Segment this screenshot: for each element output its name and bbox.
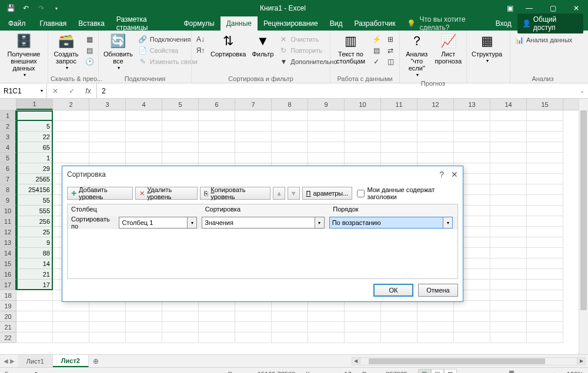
cell[interactable] bbox=[417, 301, 454, 311]
tab-разработчик[interactable]: Разработчик bbox=[348, 16, 401, 31]
cell[interactable] bbox=[454, 311, 490, 322]
cell[interactable] bbox=[417, 110, 454, 121]
cell[interactable] bbox=[454, 153, 490, 163]
macro-record-icon[interactable]: ▶ bbox=[35, 370, 40, 373]
cell[interactable] bbox=[381, 153, 417, 163]
row-header[interactable]: 20 bbox=[0, 311, 16, 322]
cell[interactable] bbox=[272, 153, 308, 163]
cell[interactable] bbox=[345, 110, 381, 121]
recent-sources-button[interactable]: 🕑 bbox=[83, 56, 96, 67]
zoom-level[interactable]: 100% bbox=[567, 371, 583, 374]
cell[interactable] bbox=[89, 110, 126, 121]
row-header[interactable]: 3 bbox=[0, 132, 16, 142]
cell[interactable] bbox=[454, 110, 490, 121]
tab-вид[interactable]: Вид bbox=[324, 16, 349, 31]
move-up-button[interactable]: ▲ bbox=[273, 187, 285, 200]
row-header[interactable]: 19 bbox=[0, 301, 16, 311]
cell[interactable] bbox=[454, 322, 490, 332]
add-sheet-button[interactable]: ⊕ bbox=[89, 355, 103, 367]
column-header[interactable]: 10 bbox=[345, 99, 381, 110]
cell[interactable] bbox=[308, 301, 345, 311]
cell[interactable] bbox=[490, 258, 527, 269]
cell[interactable] bbox=[53, 110, 89, 121]
cell[interactable] bbox=[89, 121, 126, 132]
cell[interactable] bbox=[199, 311, 235, 322]
cell[interactable] bbox=[345, 311, 381, 322]
sheet-tab[interactable]: Лист2 bbox=[53, 355, 89, 367]
cell[interactable]: 17 bbox=[16, 280, 53, 290]
cell[interactable] bbox=[272, 301, 308, 311]
row-header[interactable]: 11 bbox=[0, 216, 16, 227]
cell[interactable] bbox=[89, 142, 126, 153]
cell[interactable] bbox=[53, 332, 89, 343]
cell[interactable] bbox=[53, 132, 89, 142]
cell[interactable] bbox=[490, 227, 527, 237]
cell[interactable] bbox=[527, 322, 563, 332]
outline-button[interactable]: ▦ Структура▾ bbox=[469, 32, 505, 65]
cell[interactable] bbox=[490, 110, 527, 121]
whatif-button[interactable]: ？ Анализ "что если"▾ bbox=[402, 32, 432, 79]
zoom-out-button[interactable]: − bbox=[467, 371, 471, 374]
cell[interactable] bbox=[53, 322, 89, 332]
zoom-in-button[interactable]: + bbox=[552, 371, 556, 374]
cell[interactable] bbox=[162, 121, 199, 132]
cell[interactable] bbox=[527, 227, 563, 237]
cell[interactable] bbox=[490, 290, 527, 301]
column-header[interactable]: 13 bbox=[454, 99, 490, 110]
cell[interactable] bbox=[454, 121, 490, 132]
cell[interactable]: 88 bbox=[16, 248, 53, 258]
advanced-filter-button[interactable]: ▼Дополнительно bbox=[277, 56, 339, 67]
cell[interactable] bbox=[490, 311, 527, 322]
cell[interactable] bbox=[527, 153, 563, 163]
headers-checkbox[interactable]: Мои данные содержат заголовки bbox=[357, 186, 458, 200]
tab-разметка страницы[interactable]: Разметка страницы bbox=[111, 16, 178, 31]
cell[interactable] bbox=[527, 237, 563, 248]
horizontal-scrollbar[interactable]: ◀ ▶ bbox=[103, 355, 588, 367]
sheet-nav[interactable]: ◀ ▶ bbox=[0, 355, 18, 367]
scrollbar-thumb[interactable] bbox=[369, 358, 545, 364]
cell[interactable]: 1 bbox=[16, 153, 53, 163]
cell[interactable] bbox=[527, 301, 563, 311]
cell[interactable] bbox=[89, 322, 126, 332]
properties-button[interactable]: 📄Свойства bbox=[136, 45, 199, 56]
new-query-button[interactable]: 🗃️ Создать запрос▾ bbox=[51, 32, 82, 72]
cell[interactable] bbox=[308, 132, 345, 142]
cell[interactable] bbox=[490, 142, 527, 153]
column-header[interactable]: 7 bbox=[235, 99, 272, 110]
manage-model-button[interactable]: ◫ bbox=[384, 56, 397, 67]
row-header[interactable]: 2 bbox=[0, 121, 16, 132]
cell[interactable] bbox=[527, 248, 563, 258]
cell[interactable] bbox=[89, 301, 126, 311]
cell[interactable] bbox=[490, 269, 527, 280]
cell[interactable] bbox=[490, 206, 527, 216]
cell[interactable] bbox=[235, 332, 272, 343]
cell[interactable]: 9 bbox=[16, 237, 53, 248]
normal-view-button[interactable]: ▦ bbox=[418, 369, 431, 374]
reapply-button[interactable]: ↻Повторить bbox=[277, 45, 339, 56]
cell[interactable]: 65 bbox=[16, 142, 53, 153]
cell[interactable] bbox=[199, 301, 235, 311]
options-button[interactable]: Параметры... bbox=[302, 187, 353, 200]
cell[interactable] bbox=[345, 332, 381, 343]
cell[interactable] bbox=[381, 332, 417, 343]
clear-filter-button[interactable]: ✕Очистить bbox=[277, 34, 339, 45]
relationships-button[interactable]: ⇄ bbox=[384, 45, 397, 56]
column-select[interactable]: Столбец 1 ▾ bbox=[119, 217, 197, 228]
cell[interactable] bbox=[345, 121, 381, 132]
row-header[interactable]: 7 bbox=[0, 174, 16, 184]
cell[interactable]: 22 bbox=[16, 132, 53, 142]
cell[interactable] bbox=[16, 322, 53, 332]
cell[interactable] bbox=[162, 132, 199, 142]
cell[interactable] bbox=[417, 121, 454, 132]
cell[interactable] bbox=[527, 280, 563, 290]
cell[interactable] bbox=[381, 132, 417, 142]
ok-button[interactable]: ОК bbox=[373, 284, 413, 297]
cell[interactable] bbox=[490, 248, 527, 258]
cell[interactable] bbox=[381, 301, 417, 311]
cell[interactable] bbox=[527, 332, 563, 343]
row-header[interactable]: 4 bbox=[0, 142, 16, 153]
column-header[interactable]: 2 bbox=[53, 99, 89, 110]
row-header[interactable]: 13 bbox=[0, 237, 16, 248]
cell[interactable] bbox=[16, 332, 53, 343]
cell[interactable] bbox=[235, 121, 272, 132]
